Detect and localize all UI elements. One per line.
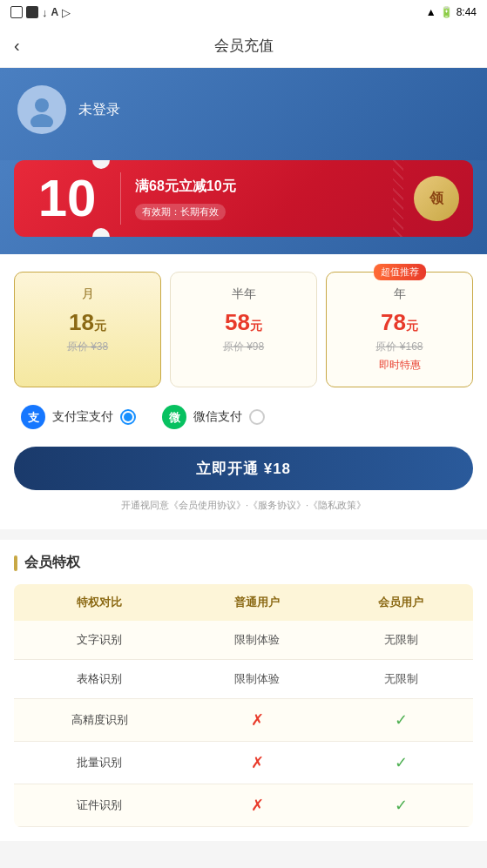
avatar[interactable] [17,85,66,134]
app-icons: ↓ A ▷ [10,6,71,19]
normal-hd-ocr: ✗ [186,699,329,742]
coupon-divider [120,172,121,225]
check-icon: ✓ [395,711,408,729]
coupon-validity: 有效期：长期有效 [135,204,226,220]
coupon-condition: 满68元立减10元 [135,178,403,196]
x-icon: ✗ [251,754,264,771]
privilege-table-body: 文字识别 限制体验 无限制 表格识别 限制体验 无限制 高精度识别 ✗ ✓ 批量… [14,621,473,827]
plan-month-period: 月 [25,286,150,302]
table-row: 高精度识别 ✗ ✓ [14,699,473,742]
alipay-option[interactable]: 支 支付宝支付 [21,405,136,429]
normal-table-ocr: 限制体验 [186,660,329,699]
plans-section: 月 18元 原价 ¥38 半年 58元 原价 ¥98 超值推荐 年 78元 原价… [0,254,487,529]
plan-half-year-original: 原价 ¥98 [181,340,306,354]
user-section: 未登录 [0,68,487,160]
icon-box: ▷ [62,6,71,19]
icon-square1 [10,6,23,18]
alipay-label: 支付宝支付 [52,409,113,425]
header: ‹ 会员充值 [0,24,487,68]
plan-year[interactable]: 超值推荐 年 78元 原价 ¥168 即时特惠 [326,272,473,387]
plan-month-original: 原价 ¥38 [25,340,150,354]
status-bar: ↓ A ▷ ▲ 🔋 8:44 [0,0,487,24]
table-header-row: 特权对比 普通用户 会员用户 [14,584,473,621]
page-title: 会员充值 [214,36,274,56]
subscribe-button[interactable]: 立即开通 ¥18 [14,447,473,490]
time-display: 8:44 [457,6,477,18]
icon-a: A [51,6,59,18]
normal-text-ocr: 限制体验 [186,621,329,660]
plan-year-original: 原价 ¥168 [337,340,462,354]
table-row: 批量识别 ✗ ✓ [14,742,473,784]
privileges-section: 会员特权 特权对比 普通用户 会员用户 文字识别 限制体验 无限制 表格识别 限… [0,540,487,841]
plan-year-price: 78元 [337,309,462,336]
privilege-table: 特权对比 普通用户 会员用户 文字识别 限制体验 无限制 表格识别 限制体验 无… [14,584,473,827]
plan-half-year[interactable]: 半年 58元 原价 ¥98 [170,272,317,387]
terms-text: 开通视同意《会员使用协议》·《服务协议》·《隐私政策》 [14,499,473,512]
avatar-icon [24,92,59,127]
battery-icon: 🔋 [440,6,453,18]
normal-batch-ocr: ✗ [186,742,329,784]
coupon-decoration [393,160,403,237]
plan-year-period: 年 [337,286,462,302]
back-button[interactable]: ‹ [14,36,20,56]
status-right: ▲ 🔋 8:44 [426,6,477,18]
table-row: 文字识别 限制体验 无限制 [14,621,473,660]
coupon-banner: 10 满68元立减10元 有效期：长期有效 领 [14,160,473,237]
col-feature: 特权对比 [14,584,186,621]
coupon-claim-button[interactable]: 领 [414,176,459,221]
plan-month[interactable]: 月 18元 原价 ¥38 [14,272,161,387]
x-icon: ✗ [251,797,264,814]
wifi-icon: ▲ [426,6,436,18]
normal-id-ocr: ✗ [186,784,329,827]
col-normal: 普通用户 [186,584,329,621]
coupon-info: 满68元立减10元 有效期：长期有效 [135,178,403,220]
feature-table-ocr: 表格识别 [14,660,186,699]
svg-point-0 [35,98,49,112]
feature-hd-ocr: 高精度识别 [14,699,186,742]
svg-text:支: 支 [28,411,40,424]
alipay-icon: 支 [21,405,45,429]
member-text-ocr: 无限制 [329,621,473,660]
feature-id-ocr: 证件识别 [14,784,186,827]
coupon-amount: 10 [38,172,97,225]
plan-half-year-period: 半年 [181,286,306,302]
icon-download: ↓ [42,6,48,19]
check-icon: ✓ [395,754,408,771]
feature-text-ocr: 文字识别 [14,621,186,660]
member-batch-ocr: ✓ [329,742,473,784]
table-row: 证件识别 ✗ ✓ [14,784,473,827]
plan-year-special: 即时特惠 [337,358,462,373]
table-row: 表格识别 限制体验 无限制 [14,660,473,699]
svg-text:微: 微 [168,411,181,424]
status-left-icons: ↓ A ▷ [10,6,71,19]
user-status[interactable]: 未登录 [78,101,120,119]
col-member: 会员用户 [329,584,473,621]
plan-half-year-price: 58元 [181,309,306,336]
plans-row: 月 18元 原价 ¥38 半年 58元 原价 ¥98 超值推荐 年 78元 原价… [14,272,473,387]
wechat-option[interactable]: 微 微信支付 [162,405,265,429]
member-hd-ocr: ✓ [329,699,473,742]
payment-row: 支 支付宝支付 微 微信支付 [14,405,473,429]
member-table-ocr: 无限制 [329,660,473,699]
check-icon: ✓ [395,797,408,814]
privileges-title-text: 会员特权 [24,554,80,572]
plan-month-price: 18元 [25,309,150,336]
wechat-pay-icon: 微 [162,405,186,429]
privileges-title: 会员特权 [14,554,473,572]
feature-batch-ocr: 批量识别 [14,742,186,784]
alipay-radio[interactable] [120,409,136,425]
coupon-amount-section: 10 [28,172,106,225]
plan-year-badge: 超值推荐 [374,264,426,280]
wechat-radio[interactable] [249,409,265,425]
x-icon: ✗ [251,711,264,729]
wechat-label: 微信支付 [193,409,242,425]
icon-square2 [26,6,38,18]
svg-point-1 [30,114,53,127]
member-id-ocr: ✓ [329,784,473,827]
coupon-wrapper: 10 满68元立减10元 有效期：长期有效 领 [0,160,487,254]
title-bar-decoration [14,555,17,571]
